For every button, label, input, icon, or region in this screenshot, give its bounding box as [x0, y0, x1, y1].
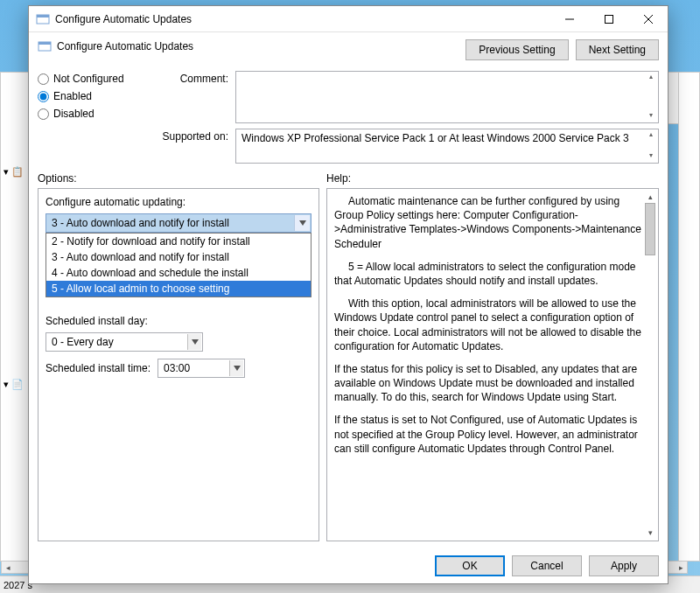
radio-enabled[interactable]: Enabled [38, 90, 150, 102]
label-options: Options: [38, 172, 326, 185]
label-scheduled-time: Scheduled install time: [46, 362, 150, 374]
chevron-down-icon[interactable] [294, 215, 310, 231]
next-setting-button[interactable]: Next Setting [576, 39, 659, 60]
title-text: Configure Automatic Updates [55, 13, 550, 25]
dialog-footer: OK Cancel Apply [29, 548, 668, 583]
label-comment: Comment: [157, 73, 228, 85]
configure-updating-combobox[interactable]: 3 - Auto download and notify for install… [46, 213, 312, 233]
scroll-left-icon[interactable]: ◂ [2, 563, 14, 572]
dropdown-item-selected[interactable]: 5 - Allow local admin to choose setting [46, 281, 311, 296]
scroll-down-icon[interactable]: ▾ [644, 527, 656, 539]
radio-disabled[interactable]: Disabled [38, 108, 150, 120]
scrollbar-thumb[interactable] [645, 203, 655, 255]
svg-rect-3 [605, 15, 612, 23]
svg-rect-1 [37, 15, 49, 17]
help-paragraph: Automatic maintenance can be further con… [334, 194, 642, 251]
scroll-down-icon[interactable]: ▾ [645, 111, 657, 122]
previous-setting-button[interactable]: Previous Setting [466, 39, 568, 60]
titlebar[interactable]: Configure Automatic Updates [29, 6, 668, 32]
help-panel: Automatic maintenance can be further con… [326, 188, 659, 541]
bg-window-right [678, 72, 700, 562]
help-scrollbar[interactable]: ▴ ▾ [644, 191, 656, 539]
options-panel: Configure automatic updating: 3 - Auto d… [38, 188, 319, 541]
dropdown-item[interactable]: 3 - Auto download and notify for install [46, 249, 311, 265]
help-paragraph: With this option, local administrators w… [334, 296, 642, 353]
policy-icon [36, 12, 50, 26]
scheduled-day-select[interactable]: 0 - Every day [46, 332, 203, 352]
dropdown-item[interactable]: 2 - Notify for download and notify for i… [46, 234, 311, 249]
comment-textarea[interactable]: ▴▾ [235, 71, 659, 123]
chevron-down-icon[interactable] [187, 334, 201, 350]
scheduled-time-select[interactable]: 03:00 [158, 359, 245, 378]
help-paragraph: If the status is set to Not Configured, … [334, 413, 642, 456]
scroll-down-icon[interactable]: ▾ [645, 151, 657, 162]
label-scheduled-day: Scheduled install day: [46, 315, 312, 327]
supported-on-box: Windows XP Professional Service Pack 1 o… [235, 129, 659, 164]
dialog-configure-automatic-updates: Configure Automatic Updates Configure Au… [28, 5, 668, 584]
ok-button[interactable]: OK [435, 555, 505, 576]
chevron-down-icon[interactable] [229, 360, 243, 376]
svg-marker-9 [192, 339, 199, 345]
cancel-button[interactable]: Cancel [512, 555, 582, 576]
label-help: Help: [326, 172, 351, 185]
svg-rect-7 [38, 42, 51, 45]
scroll-up-icon[interactable]: ▴ [645, 73, 657, 83]
help-paragraph: 5 = Allow local administrators to select… [334, 260, 642, 288]
scroll-right-icon[interactable]: ▸ [675, 563, 687, 572]
bg-tree: ▾ 📋 ▾ 📄 [4, 166, 24, 390]
scroll-up-icon[interactable]: ▴ [645, 130, 657, 141]
configure-updating-dropdown[interactable]: 2 - Notify for download and notify for i… [46, 233, 312, 297]
maximize-button[interactable] [589, 6, 628, 31]
label-supported: Supported on: [157, 130, 228, 143]
dropdown-item[interactable]: 4 - Auto download and schedule the insta… [46, 265, 311, 281]
radio-not-configured[interactable]: Not Configured [38, 73, 150, 85]
svg-marker-10 [234, 366, 241, 371]
policy-icon [38, 39, 52, 53]
minimize-button[interactable] [550, 6, 589, 31]
help-paragraph: If the status for this policy is set to … [334, 362, 642, 405]
apply-button[interactable]: Apply [589, 555, 659, 576]
subtitle: Configure Automatic Updates [57, 40, 193, 52]
svg-marker-8 [299, 220, 306, 226]
close-button[interactable] [628, 6, 668, 31]
label-configure-updating: Configure automatic updating: [46, 196, 312, 208]
scroll-up-icon[interactable]: ▴ [644, 191, 656, 203]
